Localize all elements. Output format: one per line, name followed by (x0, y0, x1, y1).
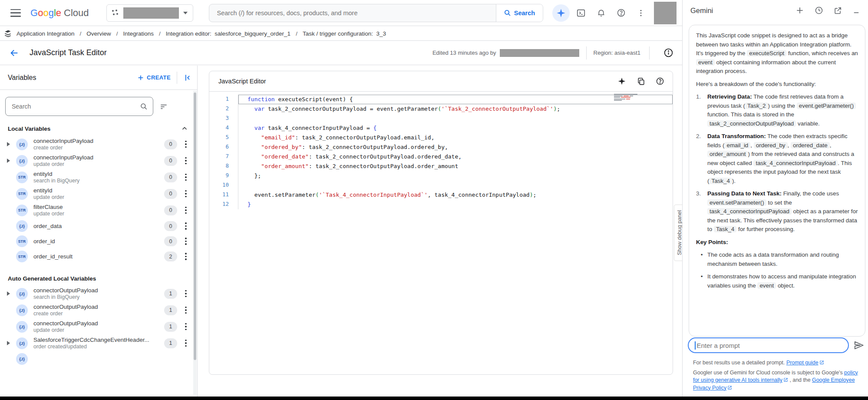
project-selector[interactable] (106, 4, 193, 22)
code-text[interactable]: var task_4_connectorInputPayload = { (238, 123, 673, 133)
code-text[interactable]: }; (238, 171, 673, 181)
gemini-button[interactable] (552, 4, 570, 22)
prompt-input[interactable] (697, 342, 842, 349)
type-badge: STR (16, 235, 28, 247)
code-line[interactable]: 10 (209, 181, 673, 190)
editor-gemini-button[interactable] (615, 75, 628, 88)
cloud-shell-button[interactable] (572, 4, 590, 22)
code-text[interactable]: "ordered_date": task_2_connectorOutputPa… (238, 152, 673, 162)
breadcrumb-item[interactable]: Integrations (123, 30, 154, 37)
variable-row[interactable]: {J}SalesforceTriggerCdcChangeEventHeader… (0, 335, 197, 351)
variable-row[interactable]: {J} (0, 351, 197, 367)
variable-row[interactable]: {J}connectorOutputPayloadupdate order1 (0, 318, 197, 335)
notifications-button[interactable] (592, 4, 610, 22)
new-chat-button[interactable] (795, 6, 804, 15)
avatar[interactable] (654, 2, 677, 24)
code-text[interactable]: } (238, 200, 673, 209)
variable-row[interactable]: {J}connectorInputPayloadupdate order0 (0, 152, 197, 169)
info-icon[interactable] (663, 48, 673, 58)
expand-arrow-icon[interactable] (4, 291, 12, 296)
history-button[interactable] (815, 6, 823, 15)
row-menu-button[interactable] (181, 288, 191, 299)
code-text[interactable] (238, 181, 673, 190)
row-menu-button[interactable] (181, 172, 191, 182)
minimize-icon (852, 7, 860, 14)
code-text[interactable]: "ordered_by": task_2_connectorOutputPayl… (238, 142, 673, 152)
row-menu-button[interactable] (181, 139, 191, 149)
chevron-up-icon[interactable] (181, 125, 188, 132)
line-number: 2 (209, 104, 238, 114)
breadcrumb-item[interactable]: Application Integration (17, 30, 75, 37)
expand-arrow-icon[interactable] (4, 142, 12, 146)
variable-name-group: connectorInputPayloadcreate order (33, 138, 164, 151)
help-button[interactable] (612, 4, 630, 22)
code-text[interactable]: event.setParameter('`Task_4_connectorInp… (238, 190, 673, 200)
type-badge: {J} (16, 288, 28, 300)
minimize-button[interactable] (852, 7, 860, 14)
sort-icon[interactable] (159, 102, 168, 111)
row-menu-button[interactable] (181, 221, 191, 231)
expand-arrow-icon[interactable] (4, 159, 12, 163)
editor-help-button[interactable] (653, 75, 667, 88)
variable-sublabel: create order (33, 311, 164, 317)
scrollbar-thumb[interactable] (194, 93, 196, 360)
code-text[interactable]: "email_id": task_2_connectorOutputPayloa… (238, 133, 673, 142)
more-options-button[interactable] (632, 4, 650, 22)
code-line[interactable]: 12} (209, 200, 673, 209)
code-line[interactable]: 7 "ordered_date": task_2_connectorOutput… (209, 152, 673, 162)
link[interactable]: Prompt guide (786, 360, 818, 366)
variable-row[interactable]: {J}order_data0 (0, 218, 197, 234)
open-in-new-button[interactable] (834, 7, 842, 15)
row-menu-button[interactable] (181, 251, 191, 262)
menu-icon[interactable] (10, 9, 21, 17)
copy-icon (637, 77, 645, 86)
create-variable-button[interactable]: CREATE (137, 74, 171, 81)
variable-row[interactable]: STRfilterClauseupdate order0 (0, 202, 197, 218)
code-editor[interactable]: 1function executeScript(event) {2 var ta… (209, 92, 673, 209)
variables-search-input[interactable] (12, 103, 140, 110)
breadcrumb-item[interactable]: Integration editor: salesforce_bigquery_… (166, 30, 290, 37)
breadcrumb-item[interactable]: Overview (86, 30, 111, 37)
code-line[interactable]: 11 event.setParameter('`Task_4_connector… (209, 190, 673, 200)
send-prompt-button[interactable] (853, 340, 865, 351)
code-text[interactable] (238, 114, 673, 123)
line-number: 4 (209, 123, 238, 133)
collapse-panel-icon[interactable] (183, 73, 192, 82)
code-line[interactable]: 9 }; (209, 171, 673, 181)
variable-row[interactable]: STRentityIdupdate order0 (0, 185, 197, 202)
code-line[interactable]: 2 var task_2_connectorOutputPayload = ev… (209, 104, 673, 114)
code-line[interactable]: 4 var task_4_connectorInputPayload = { (209, 123, 673, 133)
search-button[interactable]: Search (496, 4, 543, 22)
variable-row[interactable]: STRorder_id_result2 (0, 249, 197, 264)
code-text[interactable]: "order_amount": task_2_connectorOutputPa… (238, 162, 673, 171)
javascript-editor-card: JavaScript Editor 1funct (209, 71, 673, 375)
global-search-input[interactable] (209, 10, 496, 17)
code-line[interactable]: 6 "ordered_by": task_2_connectorOutputPa… (209, 142, 673, 152)
code-text[interactable]: var task_2_connectorOutputPayload = even… (238, 104, 673, 114)
variable-row[interactable]: STRorder_id0 (0, 234, 197, 249)
code-text[interactable]: function executeScript(event) { (238, 95, 673, 104)
google-cloud-logo[interactable]: GoogleCloud (30, 7, 89, 19)
copy-code-button[interactable] (634, 75, 647, 88)
variable-row[interactable]: {J}connectorOutputPayloadsearch in BigQu… (0, 285, 197, 302)
row-menu-button[interactable] (181, 321, 191, 332)
usage-count-badge: 0 (164, 189, 177, 199)
row-menu-button[interactable] (181, 305, 191, 315)
row-menu-button[interactable] (181, 236, 191, 247)
variable-row[interactable]: {J}connectorInputPayloadcreate order0 (0, 136, 197, 152)
variable-sublabel: update order (33, 194, 164, 200)
breadcrumb-item[interactable]: Task / trigger configuration: 3_3 (303, 30, 386, 37)
variable-row[interactable]: {J}connectorOutputPayloadcreate order1 (0, 302, 197, 318)
row-menu-button[interactable] (181, 205, 191, 215)
code-line[interactable]: 1function executeScript(event) { (209, 95, 673, 104)
row-menu-button[interactable] (181, 155, 191, 166)
expand-arrow-icon[interactable] (4, 341, 12, 345)
code-line[interactable]: 5 "email_id": task_2_connectorOutputPayl… (209, 133, 673, 142)
code-line[interactable]: 3 (209, 114, 673, 123)
row-menu-button[interactable] (181, 338, 191, 348)
inline-code: task_2_connectorOutputPayload (707, 120, 796, 127)
back-arrow-icon[interactable] (10, 48, 19, 58)
code-line[interactable]: 8 "order_amount": task_2_connectorOutput… (209, 162, 673, 171)
row-menu-button[interactable] (181, 188, 191, 199)
variable-row[interactable]: STRentityIdsearch in BigQuery0 (0, 169, 197, 185)
